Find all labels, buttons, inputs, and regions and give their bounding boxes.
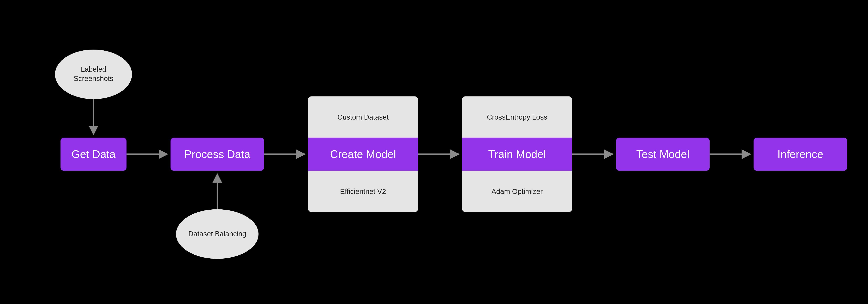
- step-label: Train Model: [488, 148, 546, 161]
- annotation-efficientnet-v2: Efficientnet V2: [308, 171, 418, 212]
- annotation-crossentropy-loss: CrossEntropy Loss: [462, 96, 572, 138]
- step-label: Test Model: [636, 148, 689, 161]
- step-create-model: Create Model: [308, 138, 418, 171]
- annotation-adam-optimizer: Adam Optimizer: [462, 171, 572, 212]
- ellipse-label: Dataset Balancing: [188, 229, 246, 239]
- step-train-model: Train Model: [462, 138, 572, 171]
- ellipse-labeled-screenshots: Labeled Screenshots: [55, 50, 132, 99]
- arrows-layer: [0, 0, 868, 304]
- annotation-label: Adam Optimizer: [491, 187, 543, 196]
- ellipse-dataset-balancing: Dataset Balancing: [176, 209, 258, 259]
- step-process-data: Process Data: [170, 138, 264, 171]
- step-label: Process Data: [184, 148, 250, 161]
- step-inference: Inference: [753, 138, 847, 171]
- annotation-label: CrossEntropy Loss: [487, 113, 547, 121]
- ellipse-label-line2: Screenshots: [74, 74, 114, 84]
- annotation-label: Efficientnet V2: [340, 187, 386, 196]
- step-get-data: Get Data: [60, 138, 126, 171]
- ellipse-label-line1: Labeled: [81, 65, 106, 74]
- step-label: Inference: [777, 148, 823, 161]
- step-label: Create Model: [330, 148, 396, 161]
- annotation-label: Custom Dataset: [338, 113, 389, 121]
- step-test-model: Test Model: [616, 138, 710, 171]
- step-label: Get Data: [71, 148, 116, 161]
- annotation-custom-dataset: Custom Dataset: [308, 96, 418, 138]
